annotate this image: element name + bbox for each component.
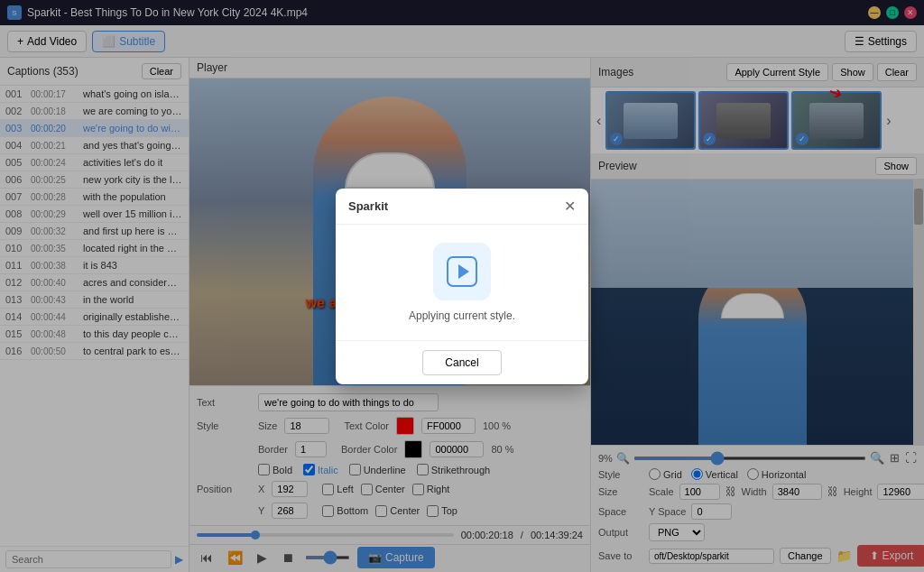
apply-style-modal: Sparkit ✕ Applying current style. Cancel — [336, 189, 588, 384]
modal-cancel-button[interactable]: Cancel — [422, 350, 501, 375]
modal-icon — [433, 243, 491, 300]
modal-header: Sparkit ✕ — [336, 189, 588, 225]
modal-body: Applying current style. — [336, 225, 588, 340]
modal-footer: Cancel — [336, 340, 588, 384]
modal-message: Applying current style. — [409, 309, 515, 322]
modal-close-button[interactable]: ✕ — [564, 198, 576, 215]
modal-title: Sparkit — [348, 199, 388, 213]
modal-overlay: Sparkit ✕ Applying current style. Cancel — [0, 0, 924, 572]
